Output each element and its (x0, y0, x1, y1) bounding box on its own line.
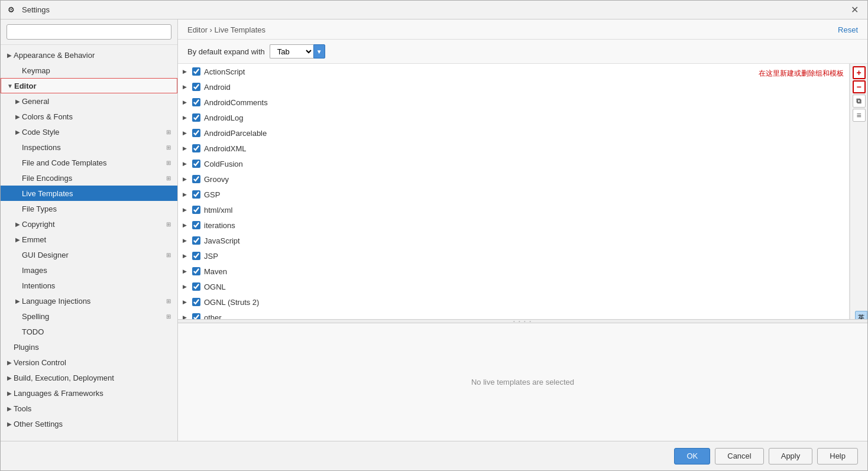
group-label: GSP (204, 190, 220, 199)
group-label: AndroidComments (204, 98, 268, 107)
template-group-row[interactable]: ▶ColdFusion (178, 156, 849, 171)
badge-icon: ⊞ (163, 175, 174, 181)
sidebar-item-tools[interactable]: ▶ Tools (1, 401, 177, 416)
template-group-row[interactable]: ▶Maven (178, 264, 849, 279)
no-selection-text: No live templates are selected (471, 378, 574, 386)
group-checkbox[interactable] (192, 98, 200, 106)
sidebar-item-inspections[interactable]: Inspections ⊞ (1, 139, 177, 155)
chevron-right-icon: ▶ (183, 284, 191, 290)
chevron-down-icon: ▼ (6, 83, 14, 89)
sidebar-tree: ▶ Appearance & Behavior Keymap ▼ Editor … (1, 45, 177, 441)
group-label: AndroidParcelable (204, 129, 267, 138)
list-template-button[interactable]: ≡ (853, 109, 866, 122)
sidebar-item-version-control[interactable]: ▶ Version Control (1, 355, 177, 370)
expand-select[interactable]: Tab Enter Space (270, 44, 313, 59)
sidebar: ▶ Appearance & Behavior Keymap ▼ Editor … (1, 20, 178, 441)
chevron-right-icon: ▶ (183, 207, 191, 213)
apply-button[interactable]: Apply (769, 448, 813, 464)
group-checkbox[interactable] (192, 113, 200, 122)
group-checkbox[interactable] (192, 298, 200, 306)
chevron-right-icon: ▶ (5, 390, 14, 397)
sidebar-item-plugins[interactable]: Plugins (1, 339, 177, 355)
group-checkbox[interactable] (192, 282, 200, 291)
sidebar-item-appearance[interactable]: ▶ Appearance & Behavior (1, 47, 177, 63)
sidebar-item-spelling[interactable]: Spelling ⊞ (1, 308, 177, 324)
sidebar-item-emmet[interactable]: ▶ Emmet (1, 232, 177, 247)
sidebar-item-live-templates[interactable]: Live Templates (1, 186, 177, 201)
sidebar-item-languages-frameworks[interactable]: ▶ Languages & Frameworks (1, 385, 177, 401)
template-group-row[interactable]: ▶JSP (178, 248, 849, 264)
template-group-row[interactable]: ▶AndroidComments (178, 95, 849, 110)
chevron-right-icon: ▶ (14, 298, 22, 304)
sidebar-item-copyright[interactable]: ▶ Copyright ⊞ (1, 216, 177, 232)
template-group-row[interactable]: ▶JavaScript (178, 233, 849, 248)
group-checkbox[interactable] (192, 236, 200, 245)
template-group-row[interactable]: ▶GSP (178, 187, 849, 202)
group-checkbox[interactable] (192, 160, 200, 168)
group-checkbox[interactable] (192, 206, 200, 214)
template-group-row[interactable]: ▶html/xml (178, 202, 849, 217)
cancel-button[interactable]: Cancel (715, 448, 763, 464)
sidebar-item-other-settings[interactable]: ▶ Other Settings (1, 416, 177, 431)
ok-button[interactable]: OK (674, 448, 710, 464)
group-checkbox[interactable] (192, 313, 200, 319)
sidebar-item-code-style[interactable]: ▶ Code Style ⊞ (1, 124, 177, 139)
sidebar-item-build-execution[interactable]: ▶ Build, Execution, Deployment (1, 370, 177, 385)
group-label: JSP (204, 252, 218, 261)
group-checkbox[interactable] (192, 67, 200, 76)
chevron-right-icon: ▶ (14, 113, 22, 120)
sidebar-item-colors-fonts[interactable]: ▶ Colors & Fonts (1, 109, 177, 124)
search-input[interactable] (7, 24, 171, 40)
group-checkbox[interactable] (192, 221, 200, 229)
template-group-row[interactable]: ▶AndroidXML (178, 141, 849, 156)
template-group-row[interactable]: ▶OGNL (178, 279, 849, 294)
remove-template-button[interactable]: − (853, 80, 866, 93)
window-title: Settings (22, 5, 848, 14)
group-checkbox[interactable] (192, 267, 200, 275)
group-checkbox[interactable] (192, 83, 200, 91)
help-button[interactable]: Help (817, 448, 858, 464)
sidebar-item-file-code-templates[interactable]: File and Code Templates ⊞ (1, 155, 177, 170)
reset-button[interactable]: Reset (838, 25, 858, 34)
sidebar-item-gui-designer[interactable]: GUI Designer ⊞ (1, 247, 177, 262)
group-checkbox[interactable] (192, 175, 200, 183)
group-label: Android (204, 83, 231, 92)
chevron-right-icon: ▶ (183, 115, 191, 121)
template-group-row[interactable]: ▶ActionScript (178, 64, 849, 79)
language-badge[interactable]: 英 (855, 311, 867, 319)
sidebar-item-file-encodings[interactable]: File Encodings ⊞ (1, 170, 177, 186)
group-checkbox[interactable] (192, 129, 200, 137)
chevron-right-icon: ▶ (183, 84, 191, 90)
group-checkbox[interactable] (192, 190, 200, 199)
group-label: Maven (204, 267, 227, 276)
template-group-row[interactable]: ▶Groovy (178, 171, 849, 187)
sidebar-item-keymap[interactable]: Keymap (1, 63, 177, 78)
chevron-right-icon: ▶ (183, 238, 191, 243)
chevron-right-icon: ▶ (183, 176, 191, 182)
group-checkbox[interactable] (192, 252, 200, 260)
sidebar-item-images[interactable]: Images (1, 262, 177, 278)
sidebar-item-language-injections[interactable]: ▶ Language Injections ⊞ (1, 293, 177, 308)
template-group-row[interactable]: ▶other (178, 310, 849, 319)
sidebar-item-editor[interactable]: ▼ Editor (1, 78, 177, 93)
sidebar-item-todo[interactable]: TODO (1, 324, 177, 339)
template-group-row[interactable]: ▶iterations (178, 217, 849, 233)
add-template-button[interactable]: + (853, 66, 866, 79)
copy-template-button[interactable]: ⧉ (853, 95, 866, 108)
sidebar-item-general[interactable]: ▶ General (1, 93, 177, 109)
sidebar-item-file-types[interactable]: File Types (1, 201, 177, 216)
dialog-body: ▶ Appearance & Behavior Keymap ▼ Editor … (1, 20, 867, 441)
badge-icon: ⊞ (163, 129, 174, 135)
group-checkbox[interactable] (192, 144, 200, 152)
template-group-row[interactable]: ▶AndroidParcelable (178, 125, 849, 141)
hint-text: 在这里新建或删除组和模板 (759, 69, 844, 79)
dropdown-arrow-button[interactable]: ▼ (313, 44, 325, 59)
chevron-right-icon: ▶ (183, 161, 191, 167)
close-button[interactable]: ✕ (848, 4, 860, 16)
template-group-row[interactable]: ▶AndroidLog (178, 110, 849, 125)
chevron-right-icon: ▶ (183, 191, 191, 197)
template-group-row[interactable]: ▶Android (178, 79, 849, 95)
sidebar-item-intentions[interactable]: Intentions (1, 278, 177, 293)
chevron-right-icon: ▶ (5, 421, 14, 427)
template-group-row[interactable]: ▶OGNL (Struts 2) (178, 294, 849, 310)
